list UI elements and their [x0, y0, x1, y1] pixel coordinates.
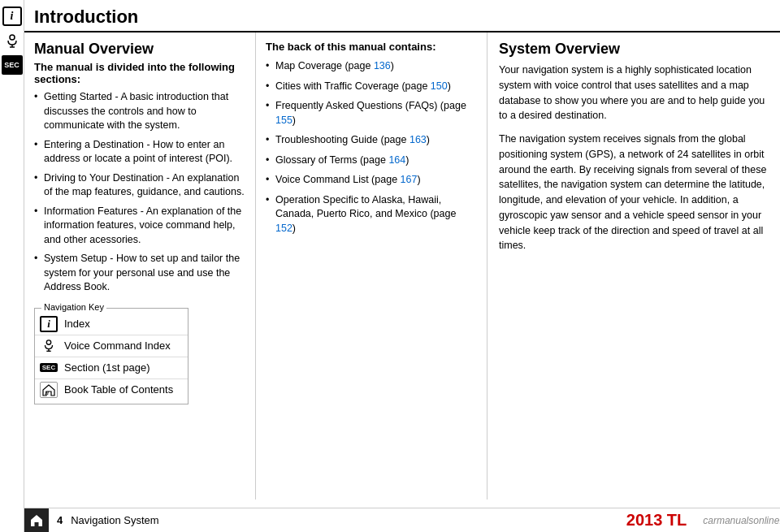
list-item: Operation Specific to Alaska, Hawaii, Ca…	[266, 193, 477, 236]
nav-key-title: Navigation Key	[41, 302, 106, 312]
list-item: System Setup - How to set up and tailor …	[34, 252, 245, 295]
list-item: Voice Command List (page 167)	[266, 173, 477, 188]
voice-nav-icon	[40, 338, 58, 354]
svg-point-3	[46, 340, 50, 344]
nav-key-index-label: Index	[64, 318, 90, 330]
manual-overview-title: Manual Overview	[34, 41, 245, 58]
system-overview-para-2: The navigation system receives signals f…	[499, 132, 769, 253]
nav-key-sec-label: Section (1st page)	[64, 361, 150, 374]
left-column: Manual Overview The manual is divided in…	[24, 32, 256, 500]
manual-bullet-list: Getting Started - A basic introduction t…	[34, 90, 245, 295]
nav-key-row-voice: Voice Command Index	[35, 335, 188, 357]
nav-key-row-home: H Book Table of Contents	[35, 379, 188, 400]
list-item: Information Features - An explanation of…	[34, 205, 245, 248]
nav-key-row-sec: SEC Section (1st page)	[35, 357, 188, 379]
main-content: Introduction Manual Overview The manual …	[24, 0, 780, 532]
nav-key-voice-label: Voice Command Index	[64, 340, 171, 352]
footer-model: 2013 TL	[626, 511, 687, 530]
svg-text:H: H	[44, 390, 50, 396]
sidebar: i SEC	[0, 0, 24, 532]
footer-watermark: carmanualsonline.info	[703, 515, 780, 526]
index-icon: i	[40, 316, 58, 332]
list-item: Map Coverage (page 136)	[266, 59, 477, 74]
back-manual-list: Map Coverage (page 136) Cities with Traf…	[266, 59, 477, 236]
nav-key-home-label: Book Table of Contents	[64, 383, 173, 396]
back-manual-title: The back of this manual contains:	[266, 41, 477, 53]
system-overview-para-1: Your navigation system is a highly sophi…	[499, 63, 769, 123]
sec-nav-icon: SEC	[40, 360, 58, 376]
system-overview-title: System Overview	[499, 41, 769, 58]
middle-column: The back of this manual contains: Map Co…	[256, 32, 488, 500]
list-item: Cities with Traffic Coverage (page 150)	[266, 80, 477, 94]
list-item: Glossary of Terms (page 164)	[266, 154, 477, 168]
right-column: System Overview Your navigation system i…	[488, 32, 780, 500]
list-item: Driving to Your Destination - An explana…	[34, 171, 245, 200]
voice-command-icon[interactable]	[2, 31, 22, 50]
page-title: Introduction	[24, 0, 780, 32]
footer-nav-system: Navigation System	[71, 514, 158, 526]
list-item: Getting Started - A basic introduction t…	[34, 90, 245, 133]
home-nav-icon: H	[40, 382, 58, 398]
navigation-key-box: Navigation Key i Index Voice Comman	[34, 308, 188, 404]
home-button[interactable]	[24, 508, 49, 533]
footer: 4 Navigation System 2013 TL carmanualson…	[24, 508, 780, 532]
content-area: Manual Overview The manual is divided in…	[24, 32, 780, 500]
nav-key-row-index: i Index	[35, 314, 188, 335]
list-item: Frequently Asked Questions (FAQs) (page …	[266, 99, 477, 128]
list-item: Troubleshooting Guide (page 163)	[266, 133, 477, 148]
info-icon[interactable]: i	[2, 6, 22, 26]
svg-point-0	[10, 35, 15, 40]
manual-subtitle: The manual is divided into the following…	[34, 61, 245, 85]
sec-icon[interactable]: SEC	[2, 55, 23, 75]
page-number: 4	[49, 514, 71, 526]
list-item: Entering a Destination - How to enter an…	[34, 138, 245, 167]
